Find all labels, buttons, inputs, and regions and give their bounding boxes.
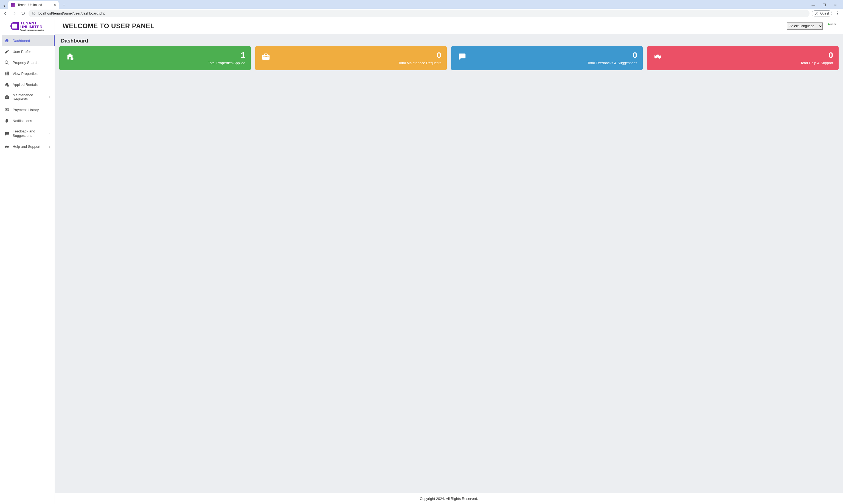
- handshake-icon: [4, 144, 9, 149]
- close-window-icon[interactable]: ✕: [831, 1, 839, 9]
- sidebar-item-feedback-and-suggestions[interactable]: Feedback and Suggestions›: [0, 126, 55, 141]
- maximize-icon[interactable]: ❐: [821, 1, 828, 9]
- stat-card-total-help-support[interactable]: 0Total Help & Support: [647, 46, 839, 70]
- money-icon: [4, 107, 9, 112]
- browser-menu-icon[interactable]: ⋮: [834, 11, 841, 16]
- main-area: WELCOME TO USER PANEL Select Language us…: [55, 18, 843, 504]
- sidebar-item-dashboard[interactable]: Dashboard: [2, 35, 55, 46]
- sidebar-item-payment-history[interactable]: Payment History: [0, 104, 55, 115]
- stat-card-total-properties-applied[interactable]: 1Total Properties Applied: [59, 46, 251, 70]
- language-select[interactable]: Select Language: [787, 22, 823, 30]
- tab-search-dropdown[interactable]: ▾: [2, 3, 7, 9]
- sidebar-item-label: User Profile: [13, 50, 50, 54]
- sidebar-item-label: Applied Rentals: [13, 83, 50, 87]
- stat-label: Total Help & Support: [667, 61, 833, 66]
- profile-label: Guest: [820, 12, 829, 15]
- logo-line1: TENANT: [20, 21, 44, 25]
- sidebar-item-user-profile[interactable]: User Profile: [0, 46, 55, 57]
- address-bar[interactable]: localhost/tenant/panel/user/dashboard.ph…: [29, 10, 809, 17]
- topbar: WELCOME TO USER PANEL Select Language us…: [55, 18, 843, 34]
- sidebar-nav: DashboardUser ProfileProperty SearchView…: [0, 34, 55, 152]
- sidebar-item-property-search[interactable]: Property Search: [0, 57, 55, 68]
- site-info-icon[interactable]: [32, 12, 36, 15]
- comment-icon: [457, 51, 467, 66]
- stat-cards: 1Total Properties Applied0Total Maintena…: [59, 46, 839, 70]
- logo-mark-icon: [11, 22, 19, 30]
- sidebar-item-label: Feedback and Suggestions: [13, 129, 46, 138]
- logo-line2: UNLIMITED: [20, 25, 44, 29]
- browser-tab[interactable]: Tenant Unlimited ×: [8, 1, 59, 9]
- comment-icon: [4, 131, 9, 136]
- stat-label: Total Properties Applied: [79, 61, 245, 66]
- sidebar-item-label: Dashboard: [13, 39, 50, 43]
- pencil-icon: [4, 49, 9, 54]
- tab-strip: ▾ Tenant Unlimited × + — ❐ ✕: [0, 0, 843, 9]
- reload-button[interactable]: [20, 10, 27, 17]
- profile-button[interactable]: Guest: [812, 11, 832, 16]
- stat-label: Total Maintenace Requests: [275, 61, 441, 66]
- sidebar-item-maintenance-requests[interactable]: Maintenance Requests›: [0, 90, 55, 104]
- search-icon: [4, 60, 9, 65]
- stat-value: 0: [667, 51, 833, 59]
- stat-card-total-feedbacks-suggestions[interactable]: 0Total Feedbacks & Suggestions: [451, 46, 643, 70]
- buildings-icon: [4, 71, 9, 76]
- new-tab-button[interactable]: +: [60, 2, 68, 9]
- sidebar-item-applied-rentals[interactable]: Applied Rentals: [0, 79, 55, 90]
- stat-label: Total Feedbacks & Suggestions: [471, 61, 637, 66]
- sidebar-item-label: Property Search: [13, 60, 50, 65]
- sidebar-item-label: View Properties: [13, 72, 50, 76]
- chevron-right-icon: ›: [49, 145, 50, 149]
- user-icon: [815, 12, 819, 15]
- footer: Copyright 2024. All Rights Reserved.: [55, 493, 843, 504]
- stat-card-total-maintenace-requests[interactable]: 0Total Maintenace Requests: [255, 46, 447, 70]
- sidebar-item-help-and-support[interactable]: Help and Support›: [0, 141, 55, 152]
- welcome-heading: WELCOME TO USER PANEL: [63, 22, 155, 30]
- handshake-icon: [653, 51, 663, 66]
- forward-button[interactable]: [11, 10, 18, 17]
- sidebar-item-label: Maintenance Requests: [13, 93, 46, 101]
- home-check-icon: [65, 51, 75, 66]
- sidebar: TENANT UNLIMITED Tenant management syste…: [0, 18, 55, 504]
- address-bar-row: localhost/tenant/panel/user/dashboard.ph…: [0, 9, 843, 18]
- page-body: Dashboard 1Total Properties Applied0Tota…: [55, 34, 843, 493]
- favicon-icon: [11, 3, 15, 7]
- page-title: Dashboard: [61, 38, 839, 44]
- home-icon: [4, 38, 9, 43]
- sidebar-item-view-properties[interactable]: View Properties: [0, 68, 55, 79]
- minimize-icon[interactable]: —: [809, 1, 817, 9]
- avatar-alt: user: [830, 22, 836, 26]
- sidebar-item-label: Help and Support: [13, 144, 46, 149]
- bell-icon: [4, 118, 9, 123]
- chevron-right-icon: ›: [49, 132, 50, 136]
- stat-value: 0: [471, 51, 637, 59]
- svg-point-3: [816, 12, 818, 14]
- close-tab-icon[interactable]: ×: [54, 3, 56, 7]
- logo-tagline: Tenant management system: [20, 29, 44, 31]
- sidebar-item-label: Payment History: [13, 108, 50, 112]
- back-button[interactable]: [2, 10, 9, 17]
- stat-value: 1: [79, 51, 245, 59]
- browser-chrome: ▾ Tenant Unlimited × + — ❐ ✕ localhost/t…: [0, 0, 843, 18]
- toolbox-icon: [261, 51, 271, 66]
- tab-title: Tenant Unlimited: [18, 3, 52, 7]
- sidebar-item-notifications[interactable]: Notifications: [0, 115, 55, 126]
- toolbox-icon: [4, 95, 9, 100]
- app-root: TENANT UNLIMITED Tenant management syste…: [0, 18, 843, 504]
- window-controls: — ❐ ✕: [809, 1, 841, 9]
- home-check-icon: [4, 82, 9, 87]
- stat-value: 0: [275, 51, 441, 59]
- logo[interactable]: TENANT UNLIMITED Tenant management syste…: [0, 18, 55, 34]
- avatar[interactable]: user: [827, 22, 835, 30]
- sidebar-item-label: Notifications: [13, 119, 50, 123]
- chevron-right-icon: ›: [49, 95, 50, 99]
- url-text: localhost/tenant/panel/user/dashboard.ph…: [38, 11, 105, 15]
